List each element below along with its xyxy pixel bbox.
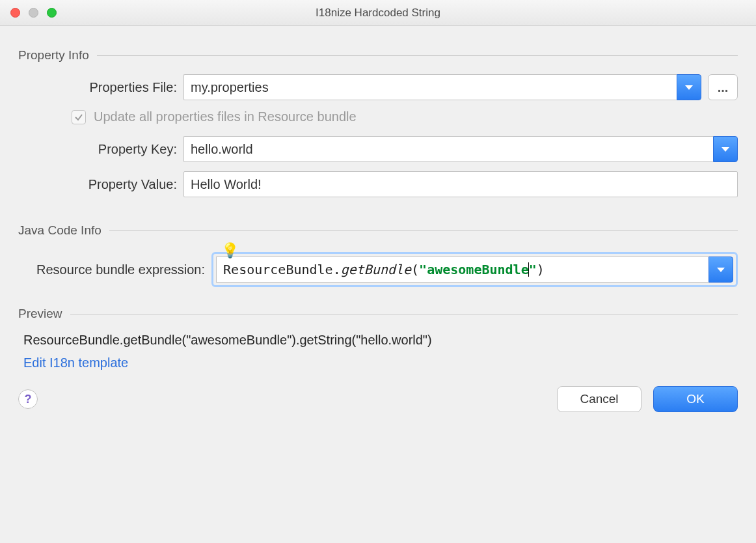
properties-file-dropdown-button[interactable] — [677, 74, 701, 100]
property-key-input[interactable]: hello.world — [183, 136, 713, 162]
code-paren: ) — [537, 262, 545, 277]
resource-bundle-expression-input[interactable]: ResourceBundle.getBundle("awesomeBundle"… — [216, 257, 709, 283]
property-value-input[interactable]: Hello World! — [183, 171, 738, 197]
section-label: Java Code Info — [18, 223, 101, 238]
code-string: awesomeBundle — [427, 262, 529, 277]
properties-file-combo[interactable]: my.properties — [183, 74, 701, 100]
code-class: ResourceBundle — [223, 262, 333, 277]
divider — [70, 314, 738, 314]
resource-bundle-combo[interactable]: ResourceBundle.getBundle("awesomeBundle"… — [216, 257, 733, 283]
footer-buttons: Cancel OK — [557, 386, 738, 412]
update-all-checkbox — [72, 110, 86, 124]
help-button[interactable]: ? — [18, 389, 38, 409]
row-resource-bundle-expression: Resource bundle expression: 💡 ResourceBu… — [36, 252, 738, 287]
row-properties-file: Properties File: my.properties ... — [18, 74, 738, 100]
section-preview: Preview — [18, 307, 738, 321]
code-quote: " — [529, 262, 537, 277]
preview-text: ResourceBundle.getBundle("awesomeBundle"… — [23, 333, 738, 348]
code-quote: " — [419, 262, 427, 277]
code-method: getBundle — [341, 262, 411, 277]
titlebar: I18nize Hardcoded String — [0, 0, 756, 26]
code-dot: . — [333, 262, 341, 277]
label-properties-file: Properties File: — [18, 80, 177, 95]
lightbulb-icon[interactable]: 💡 — [221, 242, 239, 259]
resource-bundle-dropdown-button[interactable] — [709, 257, 733, 283]
browse-button[interactable]: ... — [708, 74, 738, 100]
update-all-label: Update all properties files in Resource … — [94, 109, 357, 124]
ok-button[interactable]: OK — [653, 386, 738, 412]
check-icon — [74, 113, 83, 122]
section-property-info: Property Info — [18, 48, 738, 63]
properties-file-input[interactable]: my.properties — [183, 74, 677, 100]
section-label: Preview — [18, 307, 62, 321]
preview-body: ResourceBundle.getBundle("awesomeBundle"… — [23, 333, 738, 370]
cancel-button[interactable]: Cancel — [557, 386, 641, 412]
code-paren: ( — [411, 262, 419, 277]
dialog-content: Property Info Properties File: my.proper… — [0, 26, 756, 423]
label-property-key: Property Key: — [18, 142, 177, 157]
row-property-value: Property Value: Hello World! — [18, 171, 738, 197]
chevron-down-icon — [722, 147, 729, 152]
row-property-key: Property Key: hello.world — [18, 136, 738, 162]
edit-i18n-template-link[interactable]: Edit I18n template — [23, 355, 128, 370]
section-label: Property Info — [18, 48, 89, 63]
property-key-dropdown-button[interactable] — [713, 136, 738, 162]
resource-bundle-field-wrap: 💡 ResourceBundle.getBundle("awesomeBundl… — [211, 252, 738, 287]
dialog-footer: ? Cancel OK — [18, 386, 738, 412]
row-update-all-checkbox: Update all properties files in Resource … — [72, 109, 738, 124]
divider — [97, 55, 738, 56]
window-title: I18nize Hardcoded String — [0, 7, 756, 20]
chevron-down-icon — [685, 85, 693, 90]
section-java-code-info: Java Code Info — [18, 223, 738, 238]
property-key-combo[interactable]: hello.world — [183, 136, 738, 162]
chevron-down-icon — [717, 268, 725, 272]
label-resource-bundle-expression: Resource bundle expression: — [36, 262, 205, 277]
label-property-value: Property Value: — [18, 177, 177, 192]
divider — [109, 230, 738, 231]
